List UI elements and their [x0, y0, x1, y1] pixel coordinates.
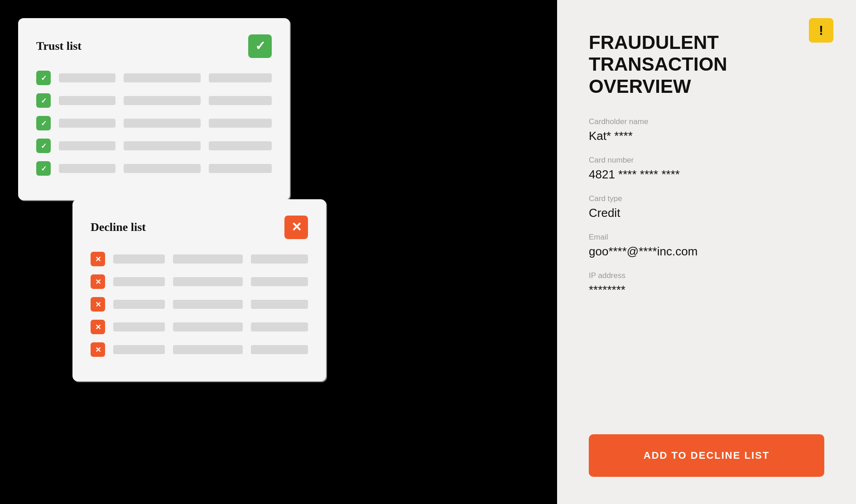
decline-row-5: ✕: [91, 342, 308, 357]
ip-label: IP address: [589, 271, 824, 280]
bar-3a: [59, 119, 115, 128]
row-x-icon-5: ✕: [95, 346, 101, 354]
card-number-value: 4821 **** **** ****: [589, 168, 824, 182]
ip-group: IP address ********: [589, 271, 824, 297]
dbar-5c: [251, 345, 308, 354]
bar-2b: [124, 96, 201, 105]
row-check-icon-1: ✓: [41, 74, 47, 82]
row-x-icon-1: ✕: [95, 255, 101, 264]
trust-list-card: Trust list ✓ ✓ ✓ ✓ ✓: [18, 18, 290, 200]
row-x-icon-3: ✕: [95, 300, 101, 309]
add-to-decline-button[interactable]: ADD TO DECLINE LIST: [589, 434, 824, 477]
trust-check-3: ✓: [36, 116, 51, 130]
ip-value: ********: [589, 283, 824, 297]
dbar-3c: [251, 300, 308, 309]
decline-row-4: ✕: [91, 320, 308, 334]
row-x-icon-2: ✕: [95, 278, 101, 286]
dbar-4a: [113, 322, 165, 331]
dbar-3b: [173, 300, 243, 309]
trust-card-header: Trust list ✓: [36, 34, 272, 58]
dbar-4c: [251, 322, 308, 331]
decline-x-5: ✕: [91, 342, 105, 357]
card-type-value: Credit: [589, 206, 824, 220]
bar-5c: [209, 164, 272, 173]
card-type-group: Card type Credit: [589, 194, 824, 220]
email-group: Email goo****@****inc.com: [589, 233, 824, 259]
cardholder-value: Kat* ****: [589, 129, 824, 143]
decline-row-2: ✕: [91, 274, 308, 289]
dbar-3a: [113, 300, 165, 309]
bar-5a: [59, 164, 115, 173]
row-x-icon-4: ✕: [95, 323, 101, 331]
alert-icon: !: [819, 23, 823, 38]
bar-4b: [124, 141, 201, 150]
dbar-1c: [251, 254, 308, 264]
trust-check-2: ✓: [36, 93, 51, 108]
trust-check-4: ✓: [36, 139, 51, 153]
alert-badge: !: [809, 18, 833, 43]
card-number-label: Card number: [589, 156, 824, 165]
bar-2a: [59, 96, 115, 105]
trust-check-1: ✓: [36, 71, 51, 85]
row-check-icon-3: ✓: [41, 119, 47, 128]
decline-list-card: Decline list ✕ ✕ ✕ ✕ ✕: [72, 199, 326, 381]
bar-4c: [209, 141, 272, 150]
row-check-icon-5: ✓: [41, 164, 47, 173]
row-check-icon-2: ✓: [41, 96, 47, 105]
trust-row-5: ✓: [36, 161, 272, 176]
trust-check-5: ✓: [36, 161, 51, 176]
email-value: goo****@****inc.com: [589, 245, 824, 259]
bar-1a: [59, 73, 115, 82]
decline-row-1: ✕: [91, 252, 308, 266]
trust-row-4: ✓: [36, 139, 272, 153]
decline-card-title: Decline list: [91, 221, 146, 234]
cardholder-label: Cardholder name: [589, 117, 824, 126]
trust-row-3: ✓: [36, 116, 272, 130]
decline-row-3: ✕: [91, 297, 308, 312]
dbar-1a: [113, 254, 165, 264]
left-panel: Trust list ✓ ✓ ✓ ✓ ✓: [0, 0, 557, 504]
dbar-2a: [113, 277, 165, 286]
dbar-2c: [251, 277, 308, 286]
decline-x-4: ✕: [91, 320, 105, 334]
trust-badge-icon: ✓: [248, 34, 272, 58]
decline-card-header: Decline list ✕: [91, 216, 308, 239]
decline-x-3: ✕: [91, 297, 105, 312]
email-label: Email: [589, 233, 824, 242]
decline-x-1: ✕: [91, 252, 105, 266]
decline-badge-icon: ✕: [284, 216, 308, 239]
x-badge-icon: ✕: [291, 221, 302, 234]
trust-card-title: Trust list: [36, 39, 82, 53]
trust-row-1: ✓: [36, 71, 272, 85]
bar-3b: [124, 119, 201, 128]
dbar-2b: [173, 277, 243, 286]
checkmark-icon: ✓: [255, 40, 265, 53]
decline-x-2: ✕: [91, 274, 105, 289]
bar-5b: [124, 164, 201, 173]
right-panel: ! FRAUDULENTTRANSACTIONOVERVIEW Cardhold…: [557, 0, 856, 504]
trust-row-2: ✓: [36, 93, 272, 108]
bar-4a: [59, 141, 115, 150]
dbar-5b: [173, 345, 243, 354]
dbar-1b: [173, 254, 243, 264]
bar-1c: [209, 73, 272, 82]
overview-title: FRAUDULENTTRANSACTIONOVERVIEW: [589, 32, 824, 97]
dbar-5a: [113, 345, 165, 354]
cardholder-group: Cardholder name Kat* ****: [589, 117, 824, 143]
card-number-group: Card number 4821 **** **** ****: [589, 156, 824, 182]
dbar-4b: [173, 322, 243, 331]
bar-1b: [124, 73, 201, 82]
bar-2c: [209, 96, 272, 105]
bar-3c: [209, 119, 272, 128]
row-check-icon-4: ✓: [41, 142, 47, 150]
card-type-label: Card type: [589, 194, 824, 203]
